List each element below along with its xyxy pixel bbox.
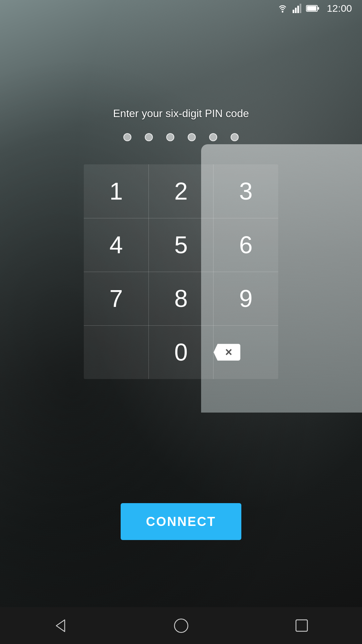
- nav-recent-button[interactable]: [282, 612, 322, 639]
- key-0[interactable]: 0: [148, 325, 213, 379]
- pin-prompt-text: Enter your six-digit PIN code: [113, 107, 249, 120]
- key-3[interactable]: 3: [214, 164, 278, 218]
- pin-dot-2: [145, 133, 153, 141]
- svg-rect-4: [300, 4, 301, 13]
- key-5[interactable]: 5: [148, 218, 213, 272]
- backspace-icon: [214, 344, 240, 361]
- svg-rect-1: [293, 10, 294, 13]
- svg-rect-2: [295, 8, 297, 13]
- wifi-icon: [277, 4, 289, 13]
- keypad-row-4: 0: [84, 325, 278, 379]
- svg-rect-3: [297, 6, 299, 13]
- svg-rect-7: [318, 7, 319, 10]
- key-2[interactable]: 2: [148, 164, 213, 218]
- key-4[interactable]: 4: [84, 218, 148, 272]
- key-6[interactable]: 6: [214, 218, 278, 272]
- key-8[interactable]: 8: [148, 272, 213, 325]
- status-bar: 12:00: [0, 0, 362, 17]
- pin-dots: [123, 133, 239, 141]
- svg-marker-8: [56, 620, 65, 632]
- keypad-row-3: 7 8 9: [84, 272, 278, 325]
- svg-rect-6: [307, 6, 316, 11]
- svg-point-0: [282, 11, 283, 13]
- nav-bar: [0, 607, 362, 644]
- connect-button-label: CONNECT: [146, 515, 216, 529]
- home-icon: [172, 616, 190, 635]
- keypad-panel: 1 2 3 4 5 6 7 8 9 0: [84, 164, 278, 379]
- pin-dot-1: [123, 133, 131, 141]
- keypad-table: 1 2 3 4 5 6 7 8 9 0: [84, 164, 278, 379]
- signal-icon: [293, 4, 302, 13]
- pin-dot-6: [231, 133, 239, 141]
- pin-dot-4: [188, 133, 196, 141]
- svg-point-9: [174, 619, 188, 632]
- status-time: 12:00: [327, 3, 352, 14]
- key-9[interactable]: 9: [214, 272, 278, 325]
- pin-dot-3: [166, 133, 174, 141]
- nav-back-button[interactable]: [40, 612, 80, 639]
- nav-home-button[interactable]: [161, 612, 201, 639]
- svg-rect-10: [296, 620, 307, 631]
- connect-button[interactable]: CONNECT: [121, 503, 241, 540]
- pin-entry-area: Enter your six-digit PIN code: [80, 107, 282, 141]
- recent-icon: [293, 617, 310, 634]
- key-empty: [84, 325, 148, 379]
- key-1[interactable]: 1: [84, 164, 148, 218]
- keypad-row-1: 1 2 3: [84, 164, 278, 218]
- keypad-row-2: 4 5 6: [84, 218, 278, 272]
- back-icon: [51, 616, 70, 635]
- key-7[interactable]: 7: [84, 272, 148, 325]
- pin-dot-5: [209, 133, 217, 141]
- battery-icon: [306, 5, 319, 12]
- backspace-cell[interactable]: [214, 325, 278, 379]
